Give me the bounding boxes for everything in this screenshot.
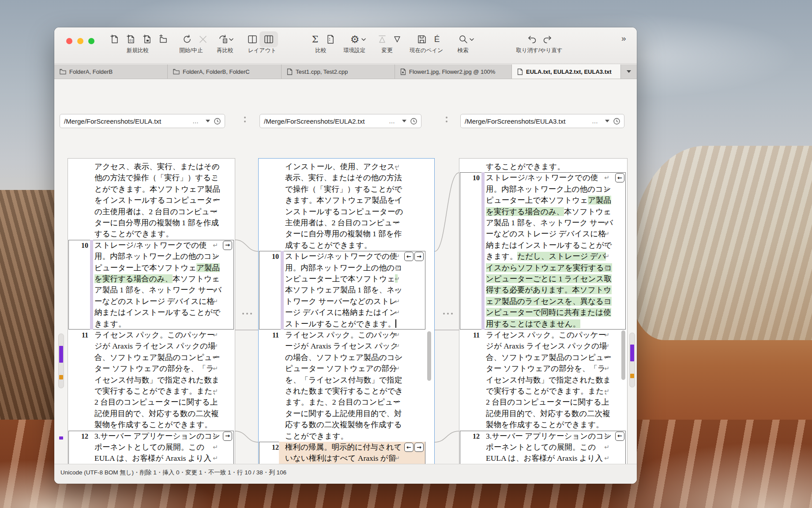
path-dropdown-icon[interactable] xyxy=(605,120,609,122)
change-marker-purple[interactable] xyxy=(59,346,63,363)
line-text[interactable]: イセンス付与数」で指定された数ま xyxy=(486,375,611,386)
line-text[interactable]: 合、ソフトウェア製品のコンピュー xyxy=(94,352,220,363)
text-line[interactable]: の場合、ソフトウェア製品のコン↵ xyxy=(259,352,434,363)
line-text[interactable]: 権利の帰属。明示的に付与されて xyxy=(285,442,402,453)
line-text[interactable]: きます。 xyxy=(94,318,126,330)
line-text[interactable]: ピューター ソフトウェアの部分 xyxy=(285,363,397,374)
tab-test-cpp[interactable]: Test1.cpp, Test2.cpp xyxy=(282,64,395,79)
text-line[interactable]: とができます。本ソフトウェア製品↵ xyxy=(68,184,235,195)
merge-left-button[interactable]: ← xyxy=(404,443,414,452)
text-line[interactable]: 合、ソフトウェア製品のコンピュー↵ xyxy=(68,352,235,363)
new-image-comparison-icon[interactable] xyxy=(141,33,153,45)
text-line[interactable]: された数まで実行することができ↵ xyxy=(259,386,434,397)
tab-flower-jpg[interactable]: Flower1.jpg, Flower2.jpg @ 100% xyxy=(395,64,512,79)
text-line[interactable]: EULA は、お客様が Araxis より入↵ xyxy=(68,453,235,464)
text-line[interactable]: ーなどのストレージ デバイスに格↵ xyxy=(68,296,235,307)
text-line[interactable]: をインストールするコンピューター↵ xyxy=(68,195,235,206)
line-text[interactable]: イスからソフトウェアを実行するコ xyxy=(486,262,612,273)
text-line[interactable]: 用。内部ネットワーク上の他のコン↵ xyxy=(459,184,627,195)
text-line[interactable]: の主使用者は、2 台目のコンピュー↵ xyxy=(68,206,235,217)
text-line[interactable]: ことができます。 xyxy=(259,431,434,442)
minimize-window-button[interactable] xyxy=(77,38,83,44)
text-line[interactable]: ターに関する上記使用目的で、対↵ xyxy=(259,408,434,419)
encoding-icon[interactable]: É xyxy=(431,33,443,45)
merge-right-button[interactable]: → xyxy=(223,241,232,250)
line-text[interactable]: ストレージ/ネットワークでの使 xyxy=(94,240,207,251)
line-text[interactable]: ンピューターごとに 1 ライセンス取 xyxy=(486,273,612,284)
sigma-compare-icon[interactable]: Σ xyxy=(309,33,321,45)
line-text[interactable]: 本ソフトウェア製品 1 部を、ネッ xyxy=(285,284,402,296)
line-text[interactable]: ストレージ/ネットワークでの使 xyxy=(285,251,397,262)
text-line[interactable]: きます。 xyxy=(68,318,235,330)
line-text[interactable]: ライセンス パック。このパッケ xyxy=(285,330,398,341)
line-text[interactable]: された数まで実行することができ xyxy=(285,386,403,397)
text-line[interactable]: 記使用目的で、対応する数の二次複↵ xyxy=(459,408,627,419)
line-text[interactable]: 成することができます。 xyxy=(285,240,372,251)
text-line[interactable]: ンピューターで同時に共有または使↵ xyxy=(459,307,627,318)
line-text[interactable]: ターに自分専用の複製物 1 部を作成 xyxy=(94,217,219,228)
text-line[interactable]: 用。内部ネットワーク上の他のコ↵ xyxy=(259,262,434,273)
redo-icon[interactable] xyxy=(541,33,553,45)
change-marker-orange[interactable] xyxy=(630,374,634,378)
line-text[interactable]: ます。また、2 台目のコンピュー xyxy=(285,397,401,408)
tab-list-dropdown[interactable] xyxy=(621,64,637,79)
line-text[interactable]: ター ソフトウェアの部分を、「ラ xyxy=(94,363,214,374)
line-text[interactable]: 3.サーバー アプリケーションのコン xyxy=(94,431,220,442)
line-text[interactable]: ポーネントとしての展開。この xyxy=(486,442,596,453)
path-dropdown-icon[interactable] xyxy=(206,120,210,122)
line-text[interactable]: をインストールするコンピューター xyxy=(94,195,220,206)
line-text[interactable]: ンストールするコンピューターの xyxy=(285,206,403,217)
undo-icon[interactable] xyxy=(526,33,538,45)
scrollbar-thumb[interactable] xyxy=(621,330,625,380)
merge-left-button[interactable]: ← xyxy=(615,432,624,441)
line-text[interactable]: 製物を作成することができます。 xyxy=(486,419,604,430)
text-line[interactable]: ポーネントとしての展開。この↵ xyxy=(459,442,627,453)
text-pane-middle[interactable]: インストール、使用、アクセス、↵表示、実行、またはその他の方法↵で操作（「実行」… xyxy=(258,158,435,484)
next-change-icon[interactable] xyxy=(391,33,403,45)
text-line[interactable]: 製物を作成することができます。 xyxy=(68,419,235,430)
change-indicator-strip-right[interactable] xyxy=(629,333,635,387)
line-text[interactable]: ーなどのストレージ デバイスに格 xyxy=(486,228,606,239)
line-text[interactable]: ター ソフトウェアの部分を、「ラ xyxy=(486,363,605,374)
text-line[interactable]: きます。ただし、ストレージ デバ↵ xyxy=(459,251,627,262)
text-line[interactable]: トワーク サーバーなどのストレ↵ xyxy=(259,296,434,307)
line-text[interactable]: 記使用目的で、対応する数の二次複 xyxy=(94,408,219,419)
scrollbar-thumb[interactable] xyxy=(427,331,431,381)
text-line[interactable]: 製物を作成することができます。 xyxy=(459,419,627,430)
line-text[interactable]: ライセンス パック。このパッケー xyxy=(486,330,606,341)
text-line[interactable]: 10ストレージ/ネットワークでの使↵← xyxy=(459,172,627,183)
text-line[interactable]: ピューター ソフトウェアの部分↵ xyxy=(259,363,434,374)
chevron-down-icon[interactable] xyxy=(228,33,234,45)
text-line[interactable]: ピューター上で本ソフトウェア製品↵ xyxy=(68,262,235,273)
text-line[interactable]: 用。内部ネットワーク上の他のコン↵ xyxy=(68,251,235,262)
text-line[interactable]: ター ソフトウェアの部分を、「ラ↵ xyxy=(459,363,627,374)
splitter-dots[interactable] xyxy=(244,117,246,122)
text-line[interactable]: きます。本ソフトウェア製品をイ↵ xyxy=(259,195,434,206)
text-line[interactable]: 本ソフトウェア製品 1 部を、ネッ↵ xyxy=(259,284,434,296)
text-line[interactable]: ポーネントとしての展開。この↵ xyxy=(68,442,235,453)
line-text[interactable]: 他の方法で操作（「実行」）するこ xyxy=(94,172,219,183)
text-line[interactable]: ターに自分専用の複製物 1 部を作成↵ xyxy=(68,217,235,228)
line-text[interactable]: ポーネントとしての展開。この xyxy=(94,442,204,453)
text-line[interactable]: EULA は、お客様が Araxis より入↵ xyxy=(459,453,627,464)
line-text[interactable]: を、「ライセンス付与数」で指定 xyxy=(285,375,402,386)
merge-left-button[interactable]: ← xyxy=(615,173,624,182)
new-binary-comparison-icon[interactable]: 01 xyxy=(124,33,137,45)
change-indicator-strip-left[interactable] xyxy=(58,334,64,388)
merge-right-button[interactable]: → xyxy=(414,443,424,452)
line-text[interactable]: で操作（「実行」）することがで xyxy=(285,184,402,195)
text-pane-right[interactable]: することができます。10ストレージ/ネットワークでの使↵←用。内部ネットワーク上… xyxy=(459,158,628,484)
tab-foldera-folderb[interactable]: FolderA, FolderB xyxy=(54,64,168,79)
line-text[interactable]: EULA は、お客様が Araxis より入 xyxy=(486,453,603,464)
text-line[interactable]: ピューター上で本ソフトウェア製品↵ xyxy=(459,195,627,206)
line-text[interactable]: の主使用者は、2 台目のコンピュー xyxy=(94,206,218,217)
line-text[interactable]: ピューター上で本ソフトウェア製品 xyxy=(486,195,611,206)
history-icon[interactable] xyxy=(613,118,620,125)
line-text[interactable]: ア製品 1 部を、ネットワーク サーバ xyxy=(486,217,613,228)
change-marker-purple[interactable] xyxy=(59,436,63,440)
text-line[interactable]: ア製品 1 部を、ネットワーク サーバ↵ xyxy=(459,217,627,228)
line-text[interactable]: 表示、実行、またはその他の方法 xyxy=(285,172,402,183)
text-line[interactable]: することができます。 xyxy=(459,161,627,172)
more-options-icon[interactable]: … xyxy=(386,118,398,125)
text-line[interactable]: 合、ソフトウェア製品のコンピュー↵ xyxy=(459,352,627,363)
